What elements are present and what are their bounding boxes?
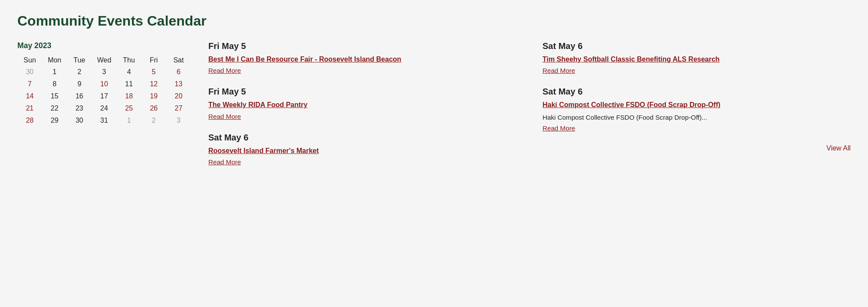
calendar-day-header: Fri	[141, 55, 166, 66]
calendar-day-cell: 1	[117, 114, 141, 127]
main-layout: May 2023 SunMonTueWedThuFriSat 301234567…	[17, 41, 851, 178]
calendar-day-cell: 17	[92, 90, 116, 102]
calendar-day-cell[interactable]: 19	[141, 90, 166, 102]
event-title-link[interactable]: The Weekly RIDA Food Pantry	[208, 100, 516, 110]
event-title-link[interactable]: Best Me I Can Be Resource Fair - Rooseve…	[208, 55, 516, 64]
calendar-day-cell: 15	[42, 90, 67, 102]
event-title-link[interactable]: Roosevelt Island Farmer's Market	[208, 146, 516, 156]
calendar-day-cell[interactable]: 27	[166, 102, 191, 114]
calendar-day-cell: 2	[67, 66, 92, 78]
calendar-day-cell: 29	[42, 114, 67, 127]
calendar-day-header: Sat	[166, 55, 191, 66]
calendar-day-cell[interactable]: 13	[166, 78, 191, 90]
event-block: Sat May 6Roosevelt Island Farmer's Marke…	[208, 133, 516, 166]
event-block: Sat May 6Haki Compost Collective FSDO (F…	[542, 87, 851, 132]
calendar-day-cell: 24	[92, 102, 116, 114]
calendar-day-header: Wed	[92, 55, 116, 66]
read-more-link[interactable]: Read More	[208, 67, 241, 74]
calendar-day-cell[interactable]: 26	[141, 102, 166, 114]
view-all-link[interactable]: View All	[826, 144, 851, 152]
calendar-month-label: May 2023	[17, 41, 191, 50]
calendar-day-cell: 3	[166, 114, 191, 127]
calendar-day-cell[interactable]: 28	[17, 114, 42, 127]
event-date-heading: Sat May 6	[208, 133, 516, 143]
read-more-link[interactable]: Read More	[542, 67, 575, 74]
calendar-day-header: Tue	[67, 55, 92, 66]
calendar-day-cell: 2	[141, 114, 166, 127]
events-col-1: Fri May 5Best Me I Can Be Resource Fair …	[208, 41, 516, 178]
calendar-day-cell[interactable]: 10	[92, 78, 116, 90]
calendar-day-cell[interactable]: 25	[117, 102, 141, 114]
calendar-day-cell: 30	[67, 114, 92, 127]
calendar-day-header: Thu	[117, 55, 141, 66]
event-block: Fri May 5The Weekly RIDA Food PantryRead…	[208, 87, 516, 120]
calendar-section: May 2023 SunMonTueWedThuFriSat 301234567…	[17, 41, 191, 127]
calendar-day-cell[interactable]: 5	[141, 66, 166, 78]
calendar-day-cell[interactable]: 6	[166, 66, 191, 78]
calendar-grid: SunMonTueWedThuFriSat 301234567891011121…	[17, 55, 191, 127]
event-title-link[interactable]: Haki Compost Collective FSDO (Food Scrap…	[542, 100, 851, 110]
calendar-day-cell: 31	[92, 114, 116, 127]
calendar-day-header: Mon	[42, 55, 67, 66]
calendar-day-cell: 23	[67, 102, 92, 114]
event-date-heading: Fri May 5	[208, 41, 516, 51]
page-title: Community Events Calendar	[17, 13, 851, 29]
events-col-2: Sat May 6Tim Sheehy Softball Classic Ben…	[542, 41, 851, 178]
event-block: Fri May 5Best Me I Can Be Resource Fair …	[208, 41, 516, 75]
calendar-day-cell: 4	[117, 66, 141, 78]
calendar-day-cell[interactable]: 12	[141, 78, 166, 90]
event-description: Haki Compost Collective FSDO (Food Scrap…	[542, 113, 851, 122]
calendar-day-cell: 1	[42, 66, 67, 78]
event-date-heading: Sat May 6	[542, 87, 851, 97]
calendar-day-cell[interactable]: 18	[117, 90, 141, 102]
calendar-day-cell: 16	[67, 90, 92, 102]
calendar-day-cell[interactable]: 20	[166, 90, 191, 102]
view-all-row: View All	[542, 144, 851, 152]
calendar-day-cell: 8	[42, 78, 67, 90]
calendar-day-cell: 11	[117, 78, 141, 90]
event-date-heading: Sat May 6	[542, 41, 851, 51]
event-block: Sat May 6Tim Sheehy Softball Classic Ben…	[542, 41, 851, 75]
read-more-link[interactable]: Read More	[208, 113, 241, 120]
calendar-day-header: Sun	[17, 55, 42, 66]
calendar-day-cell: 3	[92, 66, 116, 78]
calendar-day-cell[interactable]: 21	[17, 102, 42, 114]
calendar-day-cell[interactable]: 14	[17, 90, 42, 102]
read-more-link[interactable]: Read More	[542, 124, 575, 132]
calendar-day-cell: 22	[42, 102, 67, 114]
calendar-day-cell: 30	[17, 66, 42, 78]
event-title-link[interactable]: Tim Sheehy Softball Classic Benefiting A…	[542, 55, 851, 64]
calendar-day-cell[interactable]: 7	[17, 78, 42, 90]
events-section: Fri May 5Best Me I Can Be Resource Fair …	[208, 41, 851, 178]
calendar-day-cell: 9	[67, 78, 92, 90]
read-more-link[interactable]: Read More	[208, 158, 241, 166]
event-date-heading: Fri May 5	[208, 87, 516, 97]
